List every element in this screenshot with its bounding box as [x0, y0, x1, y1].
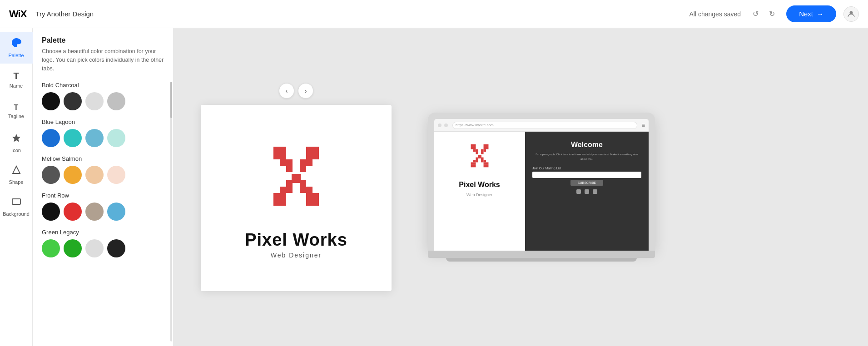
icon-icon — [11, 133, 21, 146]
svg-rect-29 — [306, 193, 312, 199]
swatch[interactable] — [42, 239, 60, 257]
svg-rect-17 — [306, 153, 312, 159]
palette-group-name: Bold Charcoal — [42, 82, 169, 89]
svg-rect-38 — [473, 144, 476, 147]
svg-rect-40 — [473, 147, 476, 149]
prev-arrow[interactable]: ‹ — [279, 83, 294, 99]
palette-list[interactable]: Bold Charcoal Blue Lagoon — [33, 77, 173, 346]
swatch[interactable] — [85, 239, 104, 257]
svg-rect-56 — [476, 160, 478, 162]
logo-tagline: Web Designer — [271, 252, 322, 259]
laptop-brand-name: Pixel Works — [459, 181, 500, 189]
palette-group-bold-charcoal: Bold Charcoal — [42, 82, 169, 110]
header-right: All changes saved ↺ ↻ Next → — [689, 5, 859, 22]
sidebar-item-shape[interactable]: Shape — [0, 159, 33, 191]
swatch[interactable] — [64, 239, 82, 257]
svg-rect-45 — [486, 144, 488, 147]
sidebar-icons: Palette T Name T Tagline Icon Shap — [0, 28, 33, 346]
svg-rect-34 — [306, 187, 312, 193]
sidebar-item-tagline[interactable]: T Tagline — [0, 95, 33, 127]
swatch[interactable] — [85, 129, 104, 147]
swatch[interactable] — [42, 92, 60, 110]
swatch[interactable] — [107, 166, 125, 184]
svg-rect-31 — [306, 199, 312, 206]
svg-rect-59 — [486, 162, 488, 164]
scrollbar-thumb[interactable] — [170, 82, 172, 118]
svg-rect-62 — [481, 160, 483, 162]
swatch[interactable] — [42, 203, 60, 221]
undo-redo-group: ↺ ↻ — [748, 7, 779, 21]
icon-label: Icon — [11, 148, 21, 153]
swatch[interactable] — [85, 92, 104, 110]
svg-rect-26 — [280, 187, 286, 193]
page-title: Try Another Design — [35, 10, 689, 18]
svg-rect-60 — [483, 165, 486, 167]
svg-point-4 — [16, 40, 18, 41]
svg-rect-28 — [286, 180, 293, 187]
sidebar-item-name[interactable]: T Name — [0, 64, 33, 95]
svg-point-1 — [14, 43, 15, 44]
laptop-social-icons — [576, 189, 597, 194]
swatch[interactable] — [64, 92, 82, 110]
palette-group-name: Front Row — [42, 192, 169, 199]
swatch[interactable] — [64, 166, 82, 184]
svg-rect-46 — [483, 147, 486, 149]
sidebar-item-palette[interactable]: Palette — [0, 32, 33, 64]
svg-rect-41 — [473, 149, 476, 152]
next-arrow[interactable]: › — [298, 83, 313, 99]
main-layout: Palette T Name T Tagline Icon Shap — [0, 28, 868, 346]
undo-button[interactable]: ↺ — [748, 7, 763, 21]
logo-svg — [251, 138, 342, 219]
svg-rect-15 — [306, 147, 312, 153]
browser-menu-icon: ≡ — [642, 122, 645, 129]
next-button[interactable]: Next → — [786, 5, 836, 22]
svg-rect-7 — [292, 174, 301, 183]
palette-icon — [11, 37, 22, 51]
svg-rect-12 — [280, 159, 286, 166]
swatch[interactable] — [64, 203, 82, 221]
browser-dot-2 — [444, 124, 448, 127]
logo-nav: ‹ › — [279, 83, 313, 99]
svg-rect-19 — [300, 159, 306, 166]
svg-point-2 — [13, 41, 15, 43]
swatch[interactable] — [107, 129, 125, 147]
swatch[interactable] — [42, 129, 60, 147]
svg-rect-13 — [286, 159, 293, 166]
svg-rect-44 — [483, 144, 486, 147]
swatch[interactable] — [42, 166, 60, 184]
palette-group-green-legacy: Green Legacy — [42, 229, 169, 257]
user-avatar[interactable] — [843, 6, 859, 22]
laptop-subscribe-label: Join Our Mailing List — [532, 167, 561, 170]
sidebar-item-icon[interactable]: Icon — [0, 127, 33, 159]
palette-group-front-row: Front Row — [42, 192, 169, 221]
laptop-browser-bar: https://www.mysite.com ≡ — [434, 119, 649, 132]
svg-rect-53 — [471, 165, 473, 167]
swatch[interactable] — [107, 92, 125, 110]
swatch[interactable] — [64, 129, 82, 147]
browser-dot-1 — [438, 124, 441, 127]
logo-card: Pixel Works Web Designer — [201, 105, 392, 291]
svg-point-3 — [15, 40, 16, 41]
save-status: All changes saved — [689, 10, 741, 18]
redo-button[interactable]: ↻ — [764, 7, 779, 21]
svg-rect-49 — [483, 149, 486, 152]
swatch[interactable] — [85, 203, 104, 221]
svg-rect-36 — [478, 155, 481, 158]
swatch[interactable] — [85, 166, 104, 184]
svg-rect-39 — [471, 147, 473, 149]
svg-rect-22 — [273, 193, 280, 199]
swatch[interactable] — [107, 239, 125, 257]
svg-rect-55 — [473, 160, 476, 162]
svg-rect-51 — [471, 162, 473, 164]
svg-rect-21 — [300, 166, 306, 172]
svg-rect-42 — [476, 149, 478, 152]
swatch[interactable] — [107, 203, 125, 221]
laptop-content: Pixel Works Web Designer Welcome I'm a p… — [434, 132, 649, 251]
svg-rect-24 — [273, 199, 280, 206]
laptop-sub: Web Designer — [466, 193, 492, 197]
palette-group-blue-lagoon: Blue Lagoon — [42, 119, 169, 147]
laptop-welcome: Welcome — [571, 141, 603, 149]
svg-rect-8 — [273, 147, 280, 153]
sidebar-item-background[interactable]: Background — [0, 191, 33, 222]
logo-brand-name: Pixel Works — [245, 230, 347, 250]
